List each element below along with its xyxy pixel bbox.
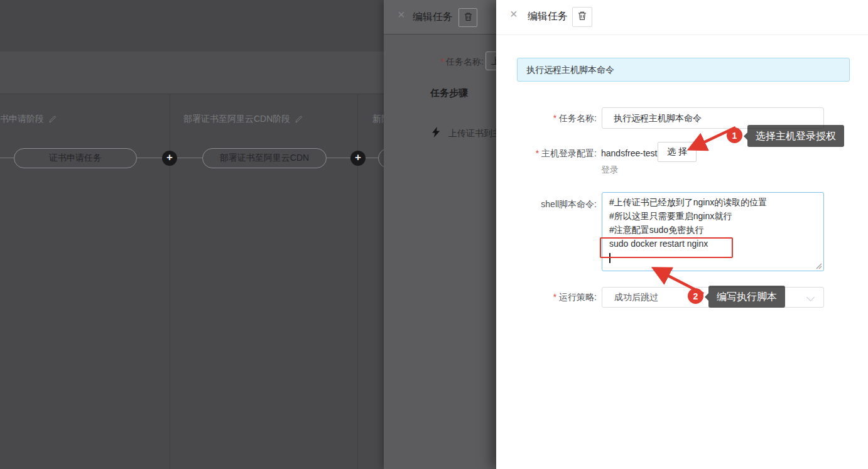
close-icon[interactable]: × <box>510 8 518 20</box>
task-connector-line <box>327 158 350 158</box>
task-name-label: *任务名称: <box>509 113 597 124</box>
task-connector-line <box>366 158 378 158</box>
task-steps-heading: 任务步骤 <box>430 87 468 99</box>
task-type-alert: 执行远程主机脚本命令 <box>517 58 850 82</box>
shell-script-textarea[interactable]: #上传证书已经放到了nginx的读取的位置 #所以这里只需要重启nginx就行 … <box>602 192 824 271</box>
resize-handle-icon[interactable] <box>816 263 822 269</box>
task-pill-deploy-cdn: 部署证书至阿里云CDN <box>202 148 327 168</box>
lightning-icon <box>432 127 440 137</box>
shell-script-label: shell脚本命令: <box>509 199 597 210</box>
annotation-step-2-badge: 2 <box>688 288 703 304</box>
required-mark: * <box>553 292 556 302</box>
edit-task-drawer: × 编辑任务 执行远程主机脚本命令 *任务名称: 执行远程主机脚本命令 *主机登… <box>496 0 868 469</box>
pencil-icon <box>48 116 57 124</box>
annotation-highlight-box <box>600 237 733 258</box>
shell-line: #上传证书已经放到了nginx的读取的位置 <box>609 197 816 211</box>
host-login-value-line2: 登录 <box>601 164 619 176</box>
delete-task-button[interactable] <box>458 8 477 27</box>
host-login-value: handsfree-test <box>601 148 658 158</box>
required-mark: * <box>553 113 556 123</box>
stage-title-text: 证书申请阶段 <box>0 114 44 125</box>
task-pill-cert-request: 证书申请任务 <box>14 148 137 168</box>
chevron-down-icon <box>806 293 815 301</box>
task-connector-line <box>177 158 202 158</box>
app-root: 证书申请阶段 部署证书至阿里云CDN阶段 新阶段 证书申请任务 部署证书至阿里云… <box>0 0 868 469</box>
choose-host-button[interactable]: 选 择 <box>658 142 697 162</box>
close-icon[interactable]: × <box>398 8 405 21</box>
delete-task-button[interactable] <box>572 7 592 27</box>
required-mark: * <box>441 57 444 67</box>
stage-title-2: 部署证书至阿里云CDN阶段 <box>183 114 303 125</box>
add-task-button: + <box>350 151 366 166</box>
annotation-tooltip-1: 选择主机登录授权 <box>747 125 844 147</box>
trash-icon <box>577 11 587 23</box>
header-divider <box>496 35 868 35</box>
required-mark: * <box>536 148 539 158</box>
drawer-title: 编辑任务 <box>413 11 453 24</box>
host-login-label: *主机登录配置: <box>509 148 597 159</box>
add-task-button: + <box>162 151 177 166</box>
drawer-title: 编辑任务 <box>528 10 568 23</box>
stage-title-text: 部署证书至阿里云CDN阶段 <box>183 114 290 125</box>
shell-line: #注意配置sudo免密执行 <box>609 225 816 239</box>
edit-task-drawer-behind: × 编辑任务 *任务名称: 上传证书到主机 任务步骤 上传证书到主机 <box>384 0 496 469</box>
pencil-icon <box>295 116 303 124</box>
task-step-item[interactable]: 上传证书到主机 <box>448 128 496 139</box>
task-name-input[interactable]: 上传证书到主机 <box>486 51 496 70</box>
stage-title-1: 证书申请阶段 <box>0 114 57 125</box>
run-strategy-label: *运行策略: <box>509 292 597 303</box>
task-connector-line <box>137 158 162 158</box>
annotation-tooltip-2: 编写执行脚本 <box>708 286 785 308</box>
trash-icon <box>464 12 473 24</box>
run-strategy-value: 成功后跳过 <box>614 288 658 307</box>
task-connector-line <box>0 158 14 158</box>
annotation-step-1-badge: 1 <box>727 127 742 143</box>
task-name-label: *任务名称: <box>384 57 484 68</box>
shell-line: #所以这里只需要重启nginx就行 <box>609 211 816 225</box>
